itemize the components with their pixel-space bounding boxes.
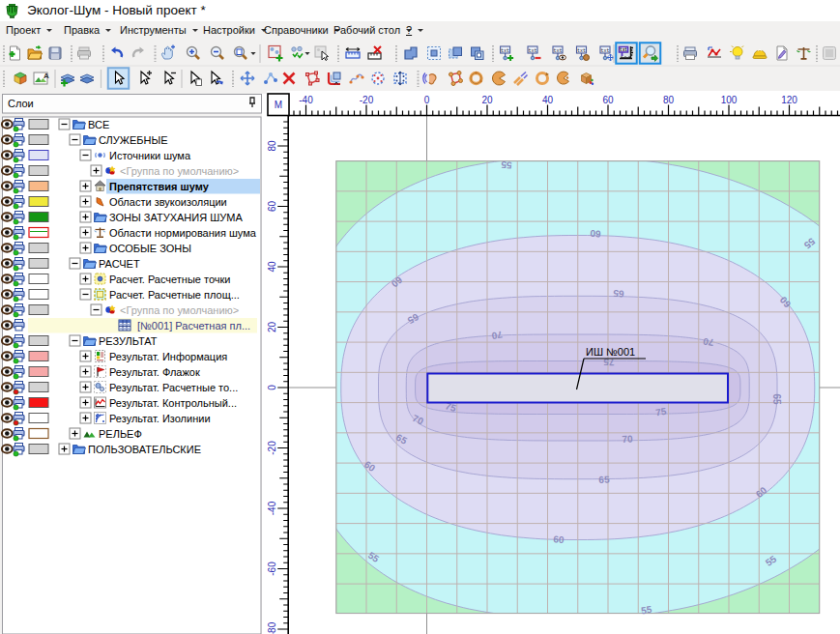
svg-text:80: 80 <box>267 140 277 152</box>
svg-text:РАСЧЕТ: РАСЧЕТ <box>99 258 140 270</box>
svg-text:55: 55 <box>501 159 512 171</box>
svg-text:20: 20 <box>267 322 277 333</box>
svg-text:Области звукоизоляции: Области звукоизоляции <box>109 196 227 208</box>
svg-text:Результат. Расчетные то...: Результат. Расчетные то... <box>109 382 238 393</box>
svg-text:-40: -40 <box>299 95 313 105</box>
svg-text:txt: txt <box>501 48 509 54</box>
svg-text:ПОЛЬЗОВАТЕЛЬСКИЕ: ПОЛЬЗОВАТЕЛЬСКИЕ <box>88 444 201 455</box>
svg-text:70: 70 <box>490 330 503 342</box>
svg-text:Расчет. Расчетные площ...: Расчет. Расчетные площ... <box>109 289 240 301</box>
svg-text:txt: txt <box>553 48 562 54</box>
svg-text:0: 0 <box>267 385 277 390</box>
svg-text:Результат. Контрольный...: Результат. Контрольный... <box>109 397 237 409</box>
svg-text:60: 60 <box>590 228 601 240</box>
svg-text:Расчет. Расчетные точки: Расчет. Расчетные точки <box>109 274 231 285</box>
svg-text:120: 120 <box>781 95 797 105</box>
svg-text:-20: -20 <box>267 441 277 455</box>
svg-text:Источники шума: Источники шума <box>109 150 191 161</box>
svg-text:txt: txt <box>528 48 536 54</box>
svg-text:-40: -40 <box>267 501 277 515</box>
svg-text:Результат. Изолинии: Результат. Изолинии <box>109 413 211 424</box>
svg-text:ВСЕ: ВСЕ <box>88 119 109 130</box>
svg-text:Области нормирования шума: Области нормирования шума <box>109 227 257 239</box>
svg-text:РЕЗУЛЬТАТ: РЕЗУЛЬТАТ <box>99 335 158 347</box>
svg-text:СЛУЖЕБНЫЕ: СЛУЖЕБНЫЕ <box>99 134 168 146</box>
svg-text:60: 60 <box>602 95 614 105</box>
svg-text:ОСОБЫЕ ЗОНЫ: ОСОБЫЕ ЗОНЫ <box>109 243 191 254</box>
svg-text:-20: -20 <box>360 95 374 105</box>
svg-text:55: 55 <box>641 604 653 617</box>
svg-text:70: 70 <box>622 433 633 445</box>
svg-text:txt: txt <box>600 48 609 54</box>
svg-text:txt: txt <box>577 48 586 54</box>
svg-text:<Группа по умолчанию>: <Группа по умолчанию> <box>120 304 239 316</box>
svg-text:0: 0 <box>424 95 430 105</box>
svg-text:65: 65 <box>771 393 782 405</box>
svg-text:[№001] Расчетная пл...: [№001] Расчетная пл... <box>137 320 250 331</box>
svg-text:РЕЛЬЕФ: РЕЛЬЕФ <box>99 428 142 440</box>
svg-text:<Группа по умолчанию>: <Группа по умолчанию> <box>120 165 239 177</box>
svg-text:100: 100 <box>721 95 738 105</box>
svg-text:20: 20 <box>481 95 493 105</box>
svg-text:М: М <box>275 100 282 110</box>
svg-text:40: 40 <box>542 95 554 105</box>
svg-text:-80: -80 <box>267 621 277 634</box>
svg-text:Препятствия шуму: Препятствия шуму <box>109 181 210 192</box>
svg-text:Слои: Слои <box>8 98 34 109</box>
svg-text:65: 65 <box>598 474 610 485</box>
svg-text:-60: -60 <box>267 562 277 576</box>
svg-text:Результат. Флажок: Результат. Флажок <box>109 366 200 378</box>
svg-text:65: 65 <box>613 288 624 300</box>
svg-text:80: 80 <box>663 95 675 105</box>
svg-text:A: A <box>43 72 49 80</box>
svg-text:ЗОНЫ ЗАТУХАНИЯ ШУМА: ЗОНЫ ЗАТУХАНИЯ ШУМА <box>109 212 243 223</box>
svg-text:60: 60 <box>553 533 565 545</box>
svg-text:75: 75 <box>655 406 668 418</box>
svg-text:Результат. Информация: Результат. Информация <box>109 351 227 362</box>
svg-text:ИШ №001: ИШ №001 <box>586 346 635 358</box>
svg-text:txt: txt <box>620 47 627 52</box>
svg-text:60: 60 <box>267 201 277 213</box>
svg-text:40: 40 <box>267 261 277 273</box>
